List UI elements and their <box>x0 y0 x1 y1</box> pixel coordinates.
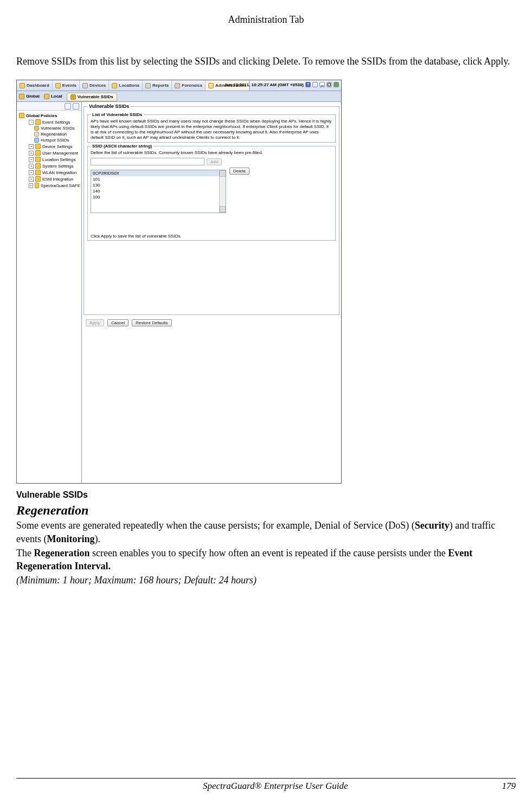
expand-icon[interactable]: + <box>29 164 34 169</box>
dashboard-icon <box>20 83 25 88</box>
minimize-icon[interactable] <box>319 82 325 87</box>
tree-user-management[interactable]: + User Management <box>18 150 80 156</box>
tree-label: User Management <box>42 151 78 156</box>
tab-reports[interactable]: Reports <box>143 80 172 91</box>
scope-local[interactable]: Local <box>44 94 62 99</box>
page-header: Administration Tab <box>0 0 532 25</box>
tab-locations[interactable]: Locations <box>109 80 143 91</box>
tree-label: Event Settings <box>42 120 70 125</box>
tree-root[interactable]: Global Policies <box>18 112 80 119</box>
paragraph-3: (Minimum: 1 hour; Maximum: 168 hours; De… <box>16 574 516 587</box>
paragraph-2: The Regeneration screen enables you to s… <box>16 547 516 573</box>
collapse-all-icon[interactable] <box>73 103 79 110</box>
footer-page-number: 179 <box>502 781 516 792</box>
list-item[interactable]: 100 <box>91 194 226 200</box>
tree-system-settings[interactable]: + System Settings <box>18 163 80 169</box>
italic-run: (Minimum: 1 hour; Maximum: 168 hours; De… <box>16 575 257 586</box>
page-footer: SpectraGuard® Enterprise User Guide 179 <box>16 778 516 792</box>
events-icon <box>55 83 61 88</box>
tab-dashboard[interactable]: Dashboard <box>17 80 53 91</box>
intro-text: Remove SSIDs from this list by selecting… <box>16 55 516 68</box>
expand-icon[interactable]: + <box>29 157 34 162</box>
expand-icon[interactable]: + <box>29 144 34 149</box>
expand-icon[interactable]: + <box>29 151 34 156</box>
tab-label: Events <box>62 83 76 88</box>
paragraph-1: Some events are generated repeatedly whe… <box>16 519 516 545</box>
grid-icon[interactable] <box>312 82 318 87</box>
sidebar-toolbar <box>17 102 81 111</box>
tree-vulnerable-ssids[interactable]: Vulnerable SSIDs <box>18 125 80 131</box>
folder-icon <box>19 113 24 118</box>
tab-label: Dashboard <box>27 83 49 88</box>
action-buttons: Apply Cancel Restore Defaults <box>84 319 339 326</box>
scrollbar[interactable] <box>219 170 226 213</box>
footer-spacer <box>16 781 49 792</box>
text-run: The <box>16 548 34 558</box>
collapse-icon[interactable]: − <box>29 120 34 125</box>
tab-label: Forensics <box>182 83 202 88</box>
tree-esm-integration[interactable]: + ESM Integration <box>18 176 80 182</box>
scope-global[interactable]: Global <box>19 94 40 99</box>
add-button[interactable]: Add <box>207 158 222 165</box>
tree-hotspot-ssids[interactable]: Hotspot SSIDs <box>18 137 80 143</box>
scope-label: Vulnerable SSIDs <box>78 94 113 99</box>
ssid-listbox[interactable]: 0CP2RIDS0X 101 130 140 100 <box>91 170 226 213</box>
vulnerable-ssids-panel: Vulnerable SSIDs List of Vulnerable SSID… <box>84 104 339 315</box>
folder-icon <box>35 183 39 188</box>
forensics-icon <box>175 83 180 88</box>
bold-run: Monitoring <box>47 533 94 544</box>
delete-button[interactable]: Delete <box>229 168 249 175</box>
tree-device-settings[interactable]: + Device Settings <box>18 143 80 150</box>
locations-icon <box>112 83 117 88</box>
figure-caption: Vulnerable SSIDs <box>16 490 516 500</box>
expand-icon[interactable]: + <box>29 170 34 175</box>
help-icon[interactable]: ? <box>305 82 311 87</box>
ssid-input-section: SSID (ASCII character string) Define the… <box>87 144 336 241</box>
tree-event-settings[interactable]: − Event Settings <box>18 119 80 125</box>
ssid-legend: SSID (ASCII character string) <box>91 144 153 149</box>
list-item[interactable]: 130 <box>91 182 226 188</box>
expand-all-icon[interactable] <box>65 103 71 110</box>
tree-regeneration[interactable]: Regeneration <box>18 131 80 137</box>
tree-wlan-integration[interactable]: + WLAN Integration <box>18 169 80 176</box>
apply-button[interactable]: Apply <box>86 319 104 326</box>
expand-icon[interactable]: + <box>29 177 34 182</box>
tree-label: Vulnerable SSIDs <box>41 126 75 131</box>
resize-icon[interactable] <box>334 82 339 87</box>
section-heading: Regeneration <box>16 503 516 518</box>
administration-icon <box>208 83 214 88</box>
tab-forensics[interactable]: Forensics <box>172 80 206 91</box>
text-run: ). <box>94 533 100 544</box>
folder-icon <box>35 144 41 149</box>
expand-icon[interactable]: + <box>29 183 33 188</box>
ssid-input[interactable] <box>91 158 204 165</box>
reports-icon <box>145 83 151 88</box>
vulnerable-ssids-icon <box>70 94 76 100</box>
tree-location-settings[interactable]: + Location Settings <box>18 156 80 163</box>
tab-events[interactable]: Events <box>53 80 80 91</box>
scope-label: Global <box>26 94 40 99</box>
text-run: screen enables you to specify how often … <box>89 548 448 558</box>
timestamp-text: Jun 13 2011, 10:25:27 AM (GMT +0530) <box>225 82 304 87</box>
bold-run: Regeneration <box>34 548 89 558</box>
scope-label: Local <box>51 94 62 99</box>
tree-label: Device Settings <box>42 144 73 149</box>
tree-label: Global Policies <box>26 113 57 118</box>
cancel-button[interactable]: Cancel <box>107 319 129 326</box>
tab-devices[interactable]: Devices <box>80 80 109 91</box>
save-hint: Click Apply to save the list of vulnerab… <box>91 234 332 239</box>
list-legend: List of Vulnerable SSIDs <box>91 112 144 117</box>
folder-icon <box>35 163 41 169</box>
list-item[interactable]: 140 <box>91 188 226 194</box>
content-area: Vulnerable SSIDs List of Vulnerable SSID… <box>82 102 341 483</box>
list-item[interactable]: 101 <box>91 176 226 182</box>
folder-icon <box>35 157 41 162</box>
tree-spectraguard-safe[interactable]: + SpectraGuard SAFE <box>18 182 80 189</box>
vuln-icon <box>34 126 39 131</box>
restore-defaults-button[interactable]: Restore Defaults <box>132 319 172 326</box>
active-scope-tab[interactable]: Vulnerable SSIDs <box>67 93 117 101</box>
tree-label: Hotspot SSIDs <box>41 138 69 143</box>
maximize-icon[interactable] <box>326 82 332 87</box>
tab-label: Reports <box>152 83 169 88</box>
list-item[interactable]: 0CP2RIDS0X <box>91 170 226 176</box>
